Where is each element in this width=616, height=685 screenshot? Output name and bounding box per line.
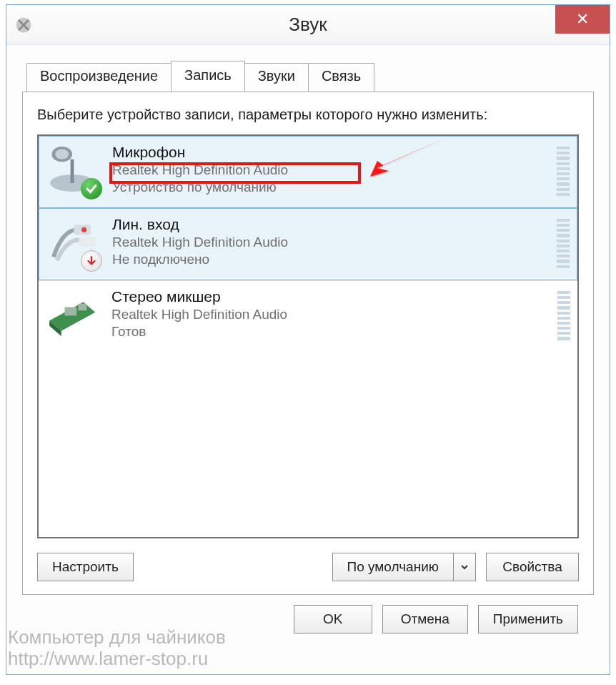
device-name: Микрофон: [112, 144, 555, 161]
cancel-button[interactable]: Отмена: [382, 605, 468, 634]
svg-rect-2: [71, 159, 74, 183]
tab-label: Воспроизведение: [40, 68, 158, 84]
apply-button[interactable]: Применить: [478, 605, 578, 634]
device-name: Лин. вход: [112, 216, 555, 233]
chevron-down-icon: [460, 563, 469, 571]
tab-communications[interactable]: Связь: [308, 63, 374, 92]
set-default-dropdown-button[interactable]: [453, 553, 476, 581]
svg-marker-10: [49, 302, 95, 330]
device-status: Не подключено: [112, 252, 555, 267]
device-status: Готов: [111, 324, 556, 340]
tab-label: Звуки: [258, 68, 295, 84]
tab-panel-recording: Выберите устройство записи, параметры ко…: [22, 92, 594, 595]
device-status: Устройство по умолчанию: [112, 179, 555, 195]
line-in-icon: [45, 215, 99, 269]
svg-rect-12: [65, 307, 77, 315]
device-item-stereo-mixer[interactable]: Стерео микшер Realtek High Definition Au…: [39, 280, 577, 352]
device-item-microphone[interactable]: Микрофон Realtek High Definition Audio У…: [39, 136, 577, 208]
properties-button[interactable]: Свойства: [486, 553, 579, 581]
instruction-text: Выберите устройство записи, параметры ко…: [37, 105, 579, 124]
button-label: OK: [323, 611, 342, 626]
button-label: Свойства: [502, 559, 562, 574]
microphone-icon: [45, 142, 99, 197]
sound-dialog-window: Звук ✕ Воспроизведение Запись Звуки Связ…: [6, 4, 610, 675]
close-button[interactable]: ✕: [555, 5, 610, 34]
level-meter: [555, 142, 571, 200]
titlebar: Звук ✕: [6, 5, 610, 45]
dialog-body: Воспроизведение Запись Звуки Связь Выбер…: [6, 45, 610, 644]
recording-device-list: Микрофон Realtek High Definition Audio У…: [37, 134, 579, 538]
tab-playback[interactable]: Воспроизведение: [26, 63, 172, 92]
device-texts: Стерео микшер Realtek High Definition Au…: [111, 287, 556, 340]
level-meter: [556, 287, 572, 345]
window-title: Звук: [6, 14, 610, 36]
device-driver: Realtek High Definition Audio: [111, 307, 556, 322]
button-label: Настроить: [52, 559, 119, 574]
tab-label: Связь: [322, 68, 361, 84]
tab-recording[interactable]: Запись: [171, 61, 245, 90]
default-check-icon: [81, 178, 102, 199]
ok-button[interactable]: OK: [294, 605, 372, 634]
device-name: Стерео микшер: [111, 288, 556, 305]
tab-sounds[interactable]: Звуки: [244, 63, 309, 92]
device-texts: Микрофон Realtek High Definition Audio У…: [112, 142, 555, 195]
device-texts: Лин. вход Realtek High Definition Audio …: [112, 215, 555, 267]
app-icon: [14, 15, 34, 35]
tab-strip: Воспроизведение Запись Звуки Связь: [26, 62, 594, 92]
close-icon: ✕: [576, 10, 589, 29]
tab-label: Запись: [184, 67, 232, 83]
svg-point-9: [86, 239, 91, 244]
svg-point-7: [81, 227, 86, 232]
button-label: Отмена: [401, 611, 449, 626]
button-label: По умолчанию: [347, 559, 439, 574]
svg-point-4: [55, 149, 69, 159]
set-default-button[interactable]: По умолчанию: [332, 553, 454, 581]
level-meter: [555, 215, 571, 272]
device-item-line-in[interactable]: Лин. вход Realtek High Definition Audio …: [39, 208, 577, 280]
dialog-footer: OK Отмена Применить: [22, 595, 594, 634]
set-default-split-button[interactable]: По умолчанию: [332, 553, 477, 581]
panel-button-row: Настроить По умолчанию Свойства: [37, 553, 579, 581]
device-driver: Realtek High Definition Audio: [112, 162, 555, 178]
button-label: Применить: [493, 611, 563, 626]
svg-rect-13: [79, 304, 87, 311]
mixer-icon: [44, 287, 99, 341]
unplugged-arrow-icon: [81, 250, 102, 272]
configure-button[interactable]: Настроить: [37, 553, 134, 581]
device-driver: Realtek High Definition Audio: [112, 235, 555, 250]
